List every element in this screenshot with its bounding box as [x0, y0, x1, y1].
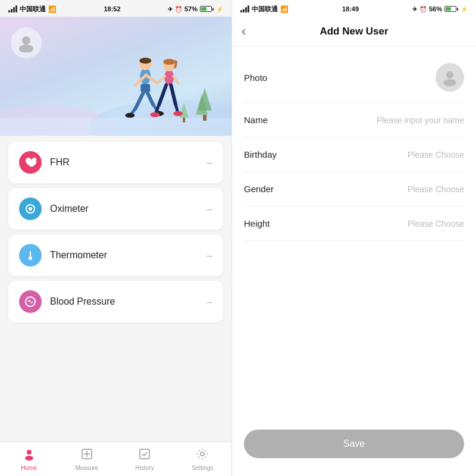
save-button[interactable]: Save — [244, 430, 464, 458]
fhr-icon — [19, 151, 42, 174]
metric-card-thermometer[interactable]: Thermometer -- — [8, 234, 223, 276]
height-placeholder: Please Choose — [408, 219, 464, 228]
svg-rect-35 — [30, 251, 31, 257]
svg-point-34 — [29, 207, 32, 211]
svg-rect-9 — [183, 118, 185, 123]
metric-card-fhr[interactable]: FHR -- — [8, 142, 223, 183]
gender-field-row[interactable]: Gender Please Choose — [244, 172, 464, 206]
svg-point-44 — [201, 452, 204, 456]
measure-icon — [80, 447, 93, 464]
svg-rect-43 — [140, 449, 149, 459]
battery-pct-right: 56% — [429, 5, 442, 12]
battery-pct-left: 57% — [184, 5, 198, 12]
status-bar-right: 中国联通 📶 18:49 ✈ ⏰ 56% ⚡ — [232, 0, 476, 17]
thermometer-icon — [19, 244, 42, 267]
name-label: Name — [244, 115, 268, 125]
left-panel: 中国联通 📶 18:52 ✈ ⏰ 57% ⚡ — [0, 0, 232, 476]
carrier-right: 中国联通 — [252, 5, 278, 14]
battery-icon-left — [200, 6, 214, 12]
svg-line-25 — [157, 76, 165, 83]
bp-label: Blood Pressure — [50, 296, 198, 307]
settings-icon — [196, 447, 209, 464]
photo-avatar[interactable] — [436, 63, 464, 92]
nav-measure-label: Measure — [75, 465, 98, 471]
nav-home[interactable]: Home — [0, 442, 58, 476]
fhr-value: -- — [206, 158, 212, 168]
nav-settings-label: Settings — [192, 465, 213, 471]
page-title: Add New User — [320, 26, 388, 37]
bp-value: -- — [206, 297, 212, 307]
photo-label: Photo — [244, 73, 267, 83]
alarm-icon: ⏰ — [175, 6, 182, 12]
home-icon — [23, 447, 36, 464]
wifi-icon-right: 📶 — [280, 5, 289, 13]
birthday-placeholder: Please Choose — [408, 150, 464, 159]
svg-point-36 — [29, 256, 32, 260]
runners-illustration — [0, 17, 231, 136]
svg-point-31 — [150, 112, 159, 117]
fhr-label: FHR — [50, 157, 198, 168]
hero-banner — [0, 17, 231, 136]
bottom-nav: Home Measure History Settings — [0, 441, 231, 476]
save-section: Save — [232, 415, 476, 476]
nav-history[interactable]: History — [116, 442, 174, 476]
birthday-field-row[interactable]: Birthday Please Choose — [244, 137, 464, 172]
metrics-list: FHR -- Oximeter -- Thermometer -- Blood … — [0, 136, 231, 441]
svg-point-32 — [173, 111, 183, 116]
name-field-row[interactable]: Name Please input your name — [244, 103, 464, 137]
svg-rect-7 — [203, 115, 206, 121]
birthday-label: Birthday — [244, 149, 277, 159]
name-placeholder: Please input your name — [377, 115, 464, 125]
oximeter-value: -- — [206, 204, 212, 214]
location-icon: ✈ — [168, 6, 173, 12]
history-icon — [138, 447, 151, 464]
nav-home-label: Home — [21, 465, 37, 471]
bolt-icon-right: ⚡ — [461, 6, 468, 12]
location-icon-right: ✈ — [412, 6, 417, 12]
height-field-row[interactable]: Height Please Choose — [244, 206, 464, 241]
signal-icon — [8, 5, 17, 12]
status-bar-left: 中国联通 📶 18:52 ✈ ⏰ 57% ⚡ — [0, 0, 231, 17]
svg-rect-4 — [0, 118, 231, 136]
metric-card-bp[interactable]: Blood Pressure -- — [8, 281, 223, 322]
height-label: Height — [244, 218, 270, 228]
avatar-placeholder-icon — [441, 68, 459, 86]
nav-history-label: History — [136, 465, 154, 471]
svg-point-20 — [125, 113, 134, 118]
svg-point-39 — [25, 456, 33, 461]
gender-label: Gender — [244, 184, 274, 194]
wifi-icon-left: 📶 — [48, 5, 57, 13]
alarm-icon-right: ⏰ — [419, 6, 427, 12]
time-left: 18:52 — [104, 5, 120, 12]
battery-icon-right — [444, 6, 458, 12]
back-button[interactable]: ‹ — [242, 25, 246, 38]
oximeter-label: Oximeter — [50, 203, 198, 214]
bp-icon — [19, 290, 42, 313]
svg-point-38 — [27, 450, 32, 455]
oximeter-icon — [19, 198, 42, 220]
form-section: Photo Name Please input your name Birthd… — [232, 46, 476, 415]
svg-rect-15 — [140, 84, 150, 92]
svg-point-24 — [163, 59, 175, 65]
svg-point-12 — [139, 58, 151, 64]
photo-row[interactable]: Photo — [244, 52, 464, 103]
nav-measure[interactable]: Measure — [58, 442, 115, 476]
svg-point-46 — [443, 79, 456, 86]
top-nav-right: ‹ Add New User — [232, 17, 476, 46]
right-panel: 中国联通 📶 18:49 ✈ ⏰ 56% ⚡ ‹ Add New User Ph… — [232, 0, 476, 476]
nav-settings[interactable]: Settings — [174, 442, 231, 476]
svg-line-26 — [173, 76, 178, 83]
thermometer-label: Thermometer — [50, 250, 198, 261]
gender-placeholder: Please Choose — [408, 184, 464, 194]
signal-icon-right — [240, 5, 249, 12]
carrier-left: 中国联通 — [20, 5, 46, 14]
thermometer-value: -- — [206, 250, 212, 261]
time-right: 18:49 — [342, 5, 359, 12]
metric-card-oximeter[interactable]: Oximeter -- — [8, 188, 223, 230]
svg-point-22 — [164, 70, 174, 85]
bolt-icon-left: ⚡ — [216, 6, 223, 12]
svg-point-45 — [446, 71, 453, 79]
svg-marker-6 — [198, 88, 212, 111]
